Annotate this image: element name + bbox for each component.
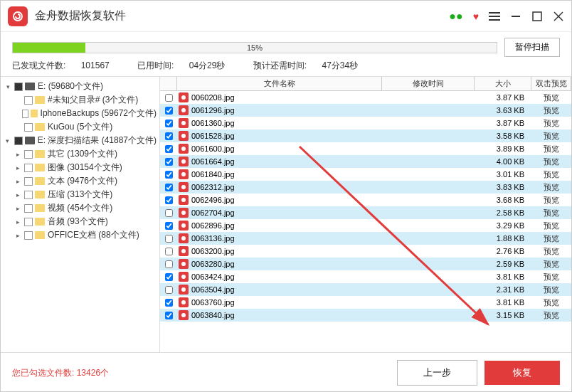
tree-item[interactable]: ▸ 压缩 (313个文件) [1,188,159,201]
recover-button[interactable]: 恢复 [484,361,560,385]
file-row[interactable]: 0063504.jpg 2.31 KB 预览 [160,283,571,296]
file-checkbox[interactable] [165,235,173,243]
file-checkbox[interactable] [165,299,173,307]
tree-checkbox[interactable] [24,123,33,132]
tree-arrow-icon[interactable]: ▸ [14,164,22,171]
file-checkbox[interactable] [165,171,173,179]
file-row[interactable]: 0063760.jpg 3.81 KB 预览 [160,296,571,309]
preview-link[interactable]: 预览 [531,195,571,206]
tree-item[interactable]: ▸ 视频 (454个文件) [1,201,159,215]
tree-checkbox[interactable] [24,164,33,172]
file-row[interactable]: 0062312.jpg 3.83 KB 预览 [160,181,571,194]
file-row[interactable]: 0063424.jpg 3.81 KB 预览 [160,270,571,283]
col-preview[interactable]: 双击预览 [531,77,571,90]
tree-item[interactable]: ▸ 音频 (93个文件) [1,215,159,228]
file-list-body[interactable]: 0060208.jpg 3.87 KB 预览 0061296.jpg 3.63 … [160,91,571,352]
file-checkbox[interactable] [165,312,173,319]
tree-item[interactable]: ▸ 文本 (9476个文件) [1,174,159,188]
file-row[interactable]: 0061840.jpg 3.01 KB 预览 [160,168,571,181]
close-button[interactable] [553,11,564,22]
file-checkbox[interactable] [165,273,173,281]
maximize-button[interactable] [531,11,543,22]
file-checkbox[interactable] [165,120,173,127]
tree-arrow-icon[interactable]: ▸ [14,178,22,185]
tree-checkbox[interactable] [24,96,33,105]
tree-item[interactable]: ▾ E: (59680个文件) [1,80,159,93]
tree-checkbox[interactable] [24,218,33,226]
folder-tree[interactable]: ▾ E: (59680个文件) #未知父目录# (3个文件) IphoneBac… [1,77,160,352]
prev-step-button[interactable]: 上一步 [397,360,477,386]
file-checkbox[interactable] [165,107,173,115]
file-row[interactable]: 0062896.jpg 3.29 KB 预览 [160,219,571,232]
file-row[interactable]: 0060208.jpg 3.87 KB 预览 [160,91,571,104]
preview-link[interactable]: 预览 [531,157,571,167]
tree-checkbox[interactable] [24,191,33,199]
tree-checkbox[interactable] [24,177,33,186]
file-checkbox[interactable] [165,286,173,294]
file-row[interactable]: 0063840.jpg 3.15 KB 预览 [160,309,571,322]
tree-arrow-icon[interactable]: ▸ [14,191,22,198]
wechat-icon[interactable]: ●● [449,10,462,23]
tree-item[interactable]: ▸ 图像 (30154个文件) [1,161,159,174]
tree-item[interactable]: ▾ E: 深度扫描结果 (41887个文件) [1,134,159,147]
tree-item[interactable]: KuGou (5个文件) [1,120,159,134]
preview-link[interactable]: 预览 [531,105,571,116]
tree-checkbox[interactable] [24,204,33,213]
tree-arrow-icon[interactable]: ▸ [14,232,22,239]
tree-item[interactable]: IphoneBackups (59672个文件) [1,107,159,120]
preview-link[interactable]: 预览 [531,118,571,129]
file-checkbox[interactable] [165,196,173,204]
tree-item[interactable]: #未知父目录# (3个文件) [1,93,159,107]
col-time[interactable]: 修改时间 [382,77,475,90]
preview-link[interactable]: 预览 [531,169,571,180]
preview-link[interactable]: 预览 [531,144,571,154]
tree-item[interactable]: ▸ OFFICE文档 (88个文件) [1,228,159,242]
tree-checkbox[interactable] [22,110,28,118]
file-row[interactable]: 0061528.jpg 3.58 KB 预览 [160,129,571,142]
tree-arrow-icon[interactable]: ▾ [4,137,12,144]
file-row[interactable]: 0063200.jpg 2.76 KB 预览 [160,245,571,258]
file-row[interactable]: 0061664.jpg 4.00 KB 预览 [160,155,571,168]
tree-item[interactable]: ▸ 其它 (1309个文件) [1,147,159,161]
file-checkbox[interactable] [165,184,173,191]
file-checkbox[interactable] [165,209,173,217]
preview-link[interactable]: 预览 [531,208,571,218]
file-row[interactable]: 0062704.jpg 2.58 KB 预览 [160,206,571,219]
tree-arrow-icon[interactable]: ▸ [14,151,22,158]
preview-link[interactable]: 预览 [531,221,571,231]
preview-link[interactable]: 预览 [531,285,571,295]
col-name[interactable]: 文件名称 [177,77,382,90]
file-row[interactable]: 0062496.jpg 3.68 KB 预览 [160,194,571,206]
tree-arrow-icon[interactable]: ▾ [4,83,12,90]
preview-link[interactable]: 预览 [531,272,571,282]
file-checkbox[interactable] [165,260,173,268]
col-size[interactable]: 大小 [475,77,531,90]
file-row[interactable]: 0063136.jpg 1.88 KB 预览 [160,232,571,245]
preview-link[interactable]: 预览 [531,131,571,142]
tree-arrow-icon[interactable]: ▸ [14,205,22,212]
minimize-button[interactable] [510,11,521,22]
preview-link[interactable]: 预览 [531,297,571,308]
file-checkbox[interactable] [165,145,173,153]
preview-link[interactable]: 预览 [531,246,571,257]
tree-checkbox[interactable] [14,83,23,91]
preview-link[interactable]: 预览 [531,310,571,321]
pause-scan-button[interactable]: 暂停扫描 [504,38,560,57]
preview-link[interactable]: 预览 [531,233,571,244]
tree-checkbox[interactable] [14,137,23,145]
file-checkbox[interactable] [165,222,173,230]
tree-checkbox[interactable] [24,150,33,159]
file-row[interactable]: 0063280.jpg 2.59 KB 预览 [160,258,571,270]
file-checkbox[interactable] [165,158,173,166]
preview-link[interactable]: 预览 [531,92,571,103]
file-checkbox[interactable] [165,94,173,102]
file-checkbox[interactable] [165,132,173,140]
file-row[interactable]: 0061600.jpg 3.89 KB 预览 [160,142,571,155]
col-checkbox[interactable] [160,77,177,90]
tree-arrow-icon[interactable]: ▸ [14,218,22,226]
heart-icon[interactable]: ♥ [473,11,479,22]
file-checkbox[interactable] [165,248,173,255]
menu-icon[interactable] [489,11,500,22]
file-row[interactable]: 0061296.jpg 3.63 KB 预览 [160,104,571,117]
file-row[interactable]: 0061360.jpg 3.87 KB 预览 [160,117,571,129]
